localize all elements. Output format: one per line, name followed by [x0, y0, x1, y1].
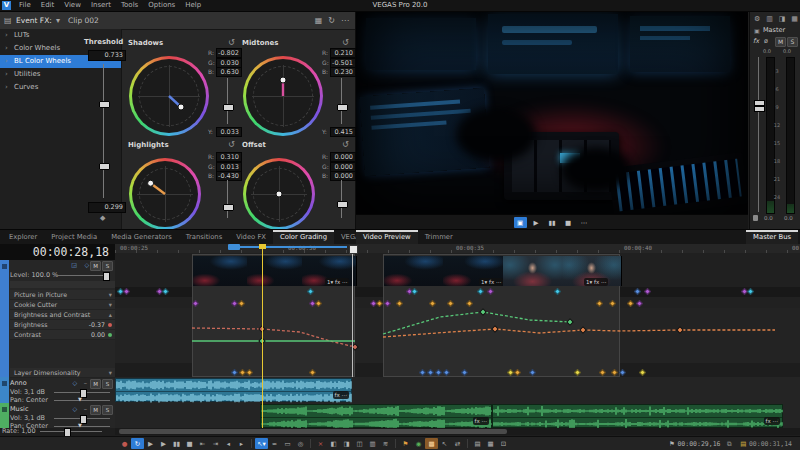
wheel-reset-icon[interactable]: ↺ [228, 140, 235, 149]
insert-marker-button[interactable]: ⚑ [399, 438, 412, 449]
master-fader-track[interactable] [758, 57, 759, 212]
more-button[interactable]: ⋯ [578, 217, 591, 228]
fx-param-cookie-cutter[interactable]: Cookie Cutter▾ [10, 300, 115, 310]
wheel-g-value[interactable]: -0.501 [330, 58, 356, 68]
audio-event-anno[interactable]: fx ⋯ [115, 378, 352, 402]
keyframe-diamond[interactable] [376, 300, 383, 307]
auto-ripple-button[interactable]: ▩ [425, 438, 438, 449]
menu-tools[interactable]: Tools [116, 0, 143, 11]
keyframe-diamond[interactable] [123, 288, 130, 295]
tab-explorer[interactable]: Explorer [2, 230, 44, 244]
wheel-mini-slider[interactable] [341, 180, 342, 218]
color-wheel-midtones[interactable] [243, 56, 323, 136]
wheel-b-value[interactable]: 0.230 [330, 67, 356, 77]
play-from-start-button[interactable]: ▶ [144, 438, 157, 449]
minus-icon[interactable]: – [84, 405, 87, 413]
normal-edit-tool-button[interactable]: ↖▾ [255, 438, 268, 449]
record-button[interactable]: ● [118, 438, 131, 449]
shuffle-button[interactable]: ⇄ [451, 438, 464, 449]
group-button[interactable]: ▥ [366, 438, 379, 449]
chevron-icon[interactable]: ▴ [109, 310, 112, 320]
wheel-r-value[interactable]: 0.000 [330, 152, 356, 162]
master-phase-button[interactable]: ø [764, 37, 768, 45]
video-event[interactable]: 1▾ fx ⋯1▾ fx ⋯ [383, 254, 620, 377]
keyframe-diamond[interactable] [634, 288, 641, 295]
wheel-g-value[interactable]: 0.000 [330, 162, 356, 172]
automation-icon[interactable]: ◇ [72, 405, 77, 412]
automation-icon[interactable]: ◇ [84, 261, 89, 268]
downmix-icon[interactable]: ▥ [766, 15, 773, 23]
loop-playback-button[interactable]: ↻ [131, 438, 144, 449]
normal-cursor-button[interactable]: ↖ [438, 438, 451, 449]
wheel-slider-handle[interactable] [223, 104, 234, 111]
event-fx-badge[interactable]: 1▾ fx ⋯ [584, 278, 608, 286]
event-fx-badge[interactable]: 1▾ fx ⋯ [479, 278, 503, 286]
level-handle[interactable] [103, 272, 110, 281]
dim-icon[interactable]: ◨ [779, 15, 786, 23]
delete-button[interactable]: × [314, 438, 327, 449]
video-solo-button[interactable]: S [102, 261, 113, 271]
tab-video-fx[interactable]: Video FX [229, 230, 273, 244]
tab-trimmer[interactable]: Trimmer [418, 230, 460, 244]
fx-param-contrast[interactable]: Contrast0.00 [10, 330, 115, 340]
go-to-end-button[interactable]: ⇥ [209, 438, 222, 449]
lock-icon[interactable] [753, 215, 758, 221]
automation-icon[interactable]: ◇ [72, 379, 77, 386]
music-track-color-strip[interactable] [0, 403, 9, 428]
tab-media-generators[interactable]: Media Generators [104, 230, 179, 244]
color-wheel-offset[interactable] [243, 158, 315, 230]
audio-event-low[interactable]: fx ⋯ [492, 404, 783, 428]
snapping-button[interactable]: ▤ [471, 438, 484, 449]
scrollbar-thumb[interactable] [119, 429, 507, 434]
video-preview-frame[interactable] [356, 12, 748, 214]
keyframe-diamond[interactable] [162, 288, 169, 295]
loop-selection-icon[interactable]: ⧉ [727, 440, 732, 448]
master-solo-button[interactable]: S [787, 37, 798, 47]
chevron-icon[interactable]: ▾ [109, 290, 112, 300]
wheel-slider-handle[interactable] [337, 104, 348, 111]
edit-cursor[interactable] [352, 253, 353, 377]
anno-track-color-strip[interactable] [0, 377, 9, 403]
split-button[interactable]: ◫ [353, 438, 366, 449]
menu-file[interactable]: File [14, 0, 36, 11]
fx-param-picture-in-picture[interactable]: Picture in Picture▾ [10, 290, 115, 300]
pause-button[interactable]: ▮▮ [546, 217, 559, 228]
wheel-b-value[interactable]: 0.000 [330, 171, 356, 181]
selection-tool-button[interactable]: ▭ [281, 438, 294, 449]
master-fader-handle[interactable] [754, 106, 765, 112]
wheel-mini-slider[interactable] [341, 78, 342, 124]
color-wheel-highlights[interactable] [129, 158, 201, 230]
layout-icon[interactable]: ▦ [791, 15, 798, 23]
tab-video-preview[interactable]: Video Preview [356, 230, 418, 244]
play-button[interactable]: ▶ [157, 438, 170, 449]
audio-fx-badge[interactable]: fx ⋯ [333, 391, 349, 399]
fx-param-brightness-and-contrast[interactable]: Brightness and Contrast▴ [10, 310, 115, 320]
event-fx-badge[interactable]: 1▾ fx ⋯ [325, 278, 349, 286]
wheel-r-value[interactable]: 0.210 [330, 48, 356, 58]
crossfade-button[interactable]: ≋ [379, 438, 392, 449]
tab-project-media[interactable]: Project Media [44, 230, 104, 244]
preview-device-button[interactable]: ▣ [514, 217, 527, 228]
selection-end-timecode[interactable]: 00:00:31,14 [749, 440, 792, 448]
grid-button[interactable]: ▦ [484, 438, 497, 449]
zoom-tool-button[interactable]: ◎ [294, 438, 307, 449]
keyframe-diamond[interactable] [636, 300, 643, 307]
keyframe-diamond[interactable] [619, 369, 626, 376]
playhead[interactable] [262, 244, 263, 428]
settings-icon[interactable]: ⚙ [754, 15, 760, 23]
menu-help[interactable]: Help [180, 0, 206, 11]
rate-slider[interactable] [40, 431, 102, 432]
edit-cursor-handle[interactable] [349, 245, 358, 254]
loop-region-bar[interactable] [230, 246, 347, 248]
keyframe-diamond[interactable] [644, 288, 651, 295]
video-track-color-strip[interactable] [0, 260, 9, 377]
trim-start-button[interactable]: ◧ [327, 438, 340, 449]
fx-param-layer-dimensionality[interactable]: Layer Dimensionality▾ [10, 368, 115, 378]
stop-button[interactable]: ■ [183, 438, 196, 449]
envelope-tool-button[interactable]: ≈ [268, 438, 281, 449]
wheel-y-value[interactable]: 0.415 [330, 127, 356, 137]
minus-icon[interactable]: – [84, 379, 87, 387]
master-fx-button[interactable]: fx [753, 37, 759, 45]
wheel-slider-handle[interactable] [223, 204, 234, 211]
chevron-icon[interactable]: ▾ [109, 300, 112, 310]
